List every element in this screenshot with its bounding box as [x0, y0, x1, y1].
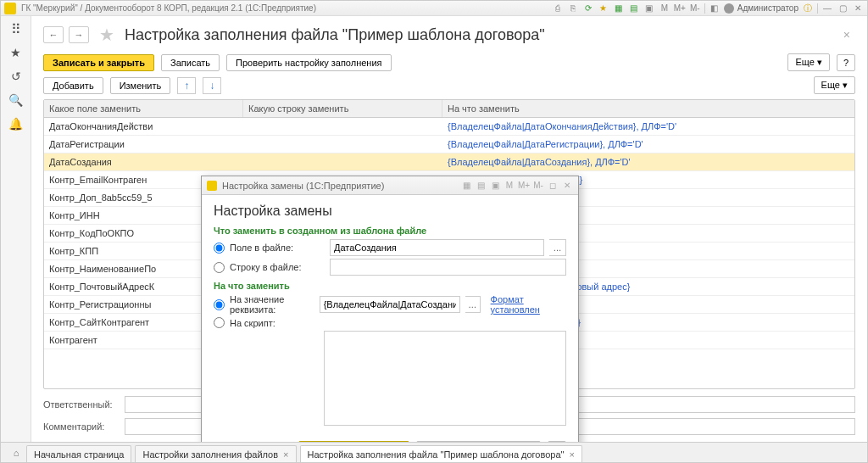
section1-label: Что заменить в созданном из шаблона файл… [214, 226, 566, 236]
table-row[interactable]: ДатаСоздания{ВладелецФайла|ДатаСоздания}… [44, 153, 854, 171]
print-icon[interactable]: ⎙ [552, 3, 564, 14]
apps-icon[interactable]: ⠿ [8, 21, 24, 36]
tab-home[interactable]: Начальная страница [26, 445, 131, 462]
mminus-icon[interactable]: M- [689, 3, 701, 14]
by-script-label: На скрипт: [230, 318, 325, 328]
section2-label: На что заменить [214, 281, 566, 291]
grid-header-field[interactable]: Какое поле заменить [44, 100, 243, 117]
table-row[interactable]: ДатаРегистрации{ВладелецФайла|ДатаРегист… [44, 136, 854, 153]
field-in-file-picker[interactable]: … [549, 239, 566, 256]
window-title: ГК "Меркурий" / Документооборот 8 КОРП, … [21, 3, 552, 13]
format-link[interactable]: Формат установлен [491, 294, 566, 315]
star-icon[interactable]: ★ [598, 3, 609, 14]
print2-icon[interactable]: ⎘ [567, 3, 579, 14]
dialog-close-icon[interactable]: ✕ [561, 180, 573, 192]
taskbar-icon[interactable]: ◧ [709, 3, 721, 14]
main-area: ← → ★ Настройка заполнения файла "Пример… [31, 16, 867, 442]
add-button[interactable]: Добавить [43, 77, 103, 94]
dialog-help-button[interactable]: ? [548, 441, 566, 442]
calendar-icon[interactable]: ▤ [628, 3, 640, 14]
dialog-icon3[interactable]: ▣ [489, 180, 501, 192]
cell-line [243, 153, 442, 170]
user-name[interactable]: Администратор [737, 3, 798, 13]
more-button[interactable]: Еще ▾ [787, 53, 829, 71]
mplus-icon[interactable]: M+ [674, 3, 686, 14]
nav-back-button[interactable]: ← [43, 26, 64, 43]
search-icon[interactable]: 🔍 [8, 92, 24, 108]
field-in-file-label: Поле в файле: [230, 243, 325, 253]
calc-icon[interactable]: ▦ [613, 3, 625, 14]
edit-button[interactable]: Изменить [110, 77, 171, 94]
tab-fill-settings[interactable]: Настройки заполнения файлов× [135, 445, 296, 462]
requisite-picker[interactable]: … [465, 296, 481, 313]
dialog-heading: Настройка замены [214, 204, 566, 219]
cal2-icon[interactable]: ▣ [643, 3, 655, 14]
tab-close-icon[interactable]: × [569, 449, 574, 460]
move-down-button[interactable]: ↓ [203, 77, 221, 94]
tab-bar: ⌂ Начальная страница Настройки заполнени… [1, 442, 867, 462]
side-rail: ⠿ ★ ↺ 🔍 🔔 [1, 16, 31, 442]
cell-field: ДатаОкончанияДействи [44, 118, 243, 135]
move-up-button[interactable]: ↑ [177, 77, 196, 94]
dialog-m-icon[interactable]: M [504, 180, 515, 192]
field-in-file-radio[interactable] [214, 243, 225, 254]
line-in-file-radio[interactable] [214, 262, 225, 273]
cell-replace: {ВладелецФайла|ДатаОкончанияДействия}, Д… [442, 118, 854, 135]
comment-label: Комментарий: [43, 421, 120, 432]
cell-replace: {ВладелецФайла|ДатаРегистрации}, ДЛФ='D' [442, 136, 854, 153]
dialog-save-close-button[interactable]: Записать и закрыть [298, 441, 409, 442]
body-row: ⠿ ★ ↺ 🔍 🔔 ← → ★ Настройка заполнения фай… [1, 16, 867, 442]
dialog-footer: Записать и закрыть Закрыть без сохранени… [202, 434, 578, 442]
notifications-icon[interactable]: 🔔 [8, 116, 24, 131]
grid-header-replace[interactable]: На что заменить [442, 100, 854, 117]
m-icon[interactable]: M [659, 3, 670, 14]
tab-current[interactable]: Настройка заполнения файла "Пример шабло… [300, 445, 582, 462]
dialog-cancel-button[interactable]: Закрыть без сохранения [416, 441, 541, 442]
script-textarea[interactable] [324, 331, 566, 426]
dialog-mplus-icon[interactable]: M+ [518, 180, 530, 192]
cell-field: ДатаРегистрации [44, 136, 243, 153]
cell-line [243, 136, 442, 153]
dialog-title-bar: Настройка замены (1С:Предприятие) ▦ ▤ ▣ … [202, 176, 578, 195]
dialog-mminus-icon[interactable]: M- [532, 180, 544, 192]
help-button[interactable]: ? [837, 54, 855, 71]
dialog-icon2[interactable]: ▤ [475, 180, 487, 192]
line-in-file-input[interactable] [330, 259, 566, 276]
window-title-bar: ГК "Меркурий" / Документооборот 8 КОРП, … [1, 1, 867, 16]
command-row-1: Записать и закрыть Записать Проверить на… [31, 50, 867, 75]
info-icon[interactable]: ⓘ [802, 3, 814, 14]
minimize-icon[interactable]: — [821, 3, 833, 14]
command-row-2: Добавить Изменить ↑ ↓ Еще ▾ [31, 75, 867, 99]
cell-field: ДатаСоздания [44, 153, 243, 170]
close-window-icon[interactable]: ✕ [852, 3, 864, 14]
page-star-icon[interactable]: ★ [99, 25, 114, 45]
check-settings-button[interactable]: Проверить настройку заполнения [226, 54, 391, 71]
replace-settings-dialog: Настройка замены (1С:Предприятие) ▦ ▤ ▣ … [201, 176, 579, 442]
by-requisite-radio[interactable] [214, 299, 225, 310]
history-icon[interactable]: ↺ [8, 69, 24, 84]
page-title: Настройка заполнения файла "Пример шабло… [125, 26, 545, 44]
responsible-label: Ответственный: [43, 399, 120, 410]
dialog-body: Настройка замены Что заменить в созданно… [202, 195, 578, 434]
user-avatar[interactable] [724, 3, 734, 14]
tab-close-icon[interactable]: × [283, 449, 288, 460]
by-script-radio[interactable] [214, 317, 225, 328]
dialog-icon1[interactable]: ▦ [460, 180, 472, 192]
page-close-icon[interactable]: × [838, 28, 855, 42]
table-row[interactable]: ДатаОкончанияДействи{ВладелецФайла|ДатаО… [44, 118, 854, 136]
save-and-close-button[interactable]: Записать и закрыть [43, 54, 154, 71]
requisite-value-input[interactable] [320, 296, 460, 313]
dialog-logo [207, 181, 217, 191]
home-icon[interactable]: ⌂ [8, 443, 25, 462]
grid-header: Какое поле заменить Какую строку заменит… [44, 100, 854, 118]
cell-line [243, 118, 442, 135]
dialog-pin-icon[interactable]: ◻ [547, 180, 559, 192]
grid-more-button[interactable]: Еще ▾ [814, 76, 855, 94]
favorite-icon[interactable]: ★ [8, 45, 24, 60]
grid-header-line[interactable]: Какую строку заменить [243, 100, 442, 117]
refresh-icon[interactable]: ⟳ [582, 3, 594, 14]
maximize-icon[interactable]: ▢ [837, 3, 849, 14]
field-in-file-input[interactable] [330, 239, 544, 256]
nav-forward-button[interactable]: → [69, 26, 89, 43]
save-button[interactable]: Записать [161, 54, 220, 71]
